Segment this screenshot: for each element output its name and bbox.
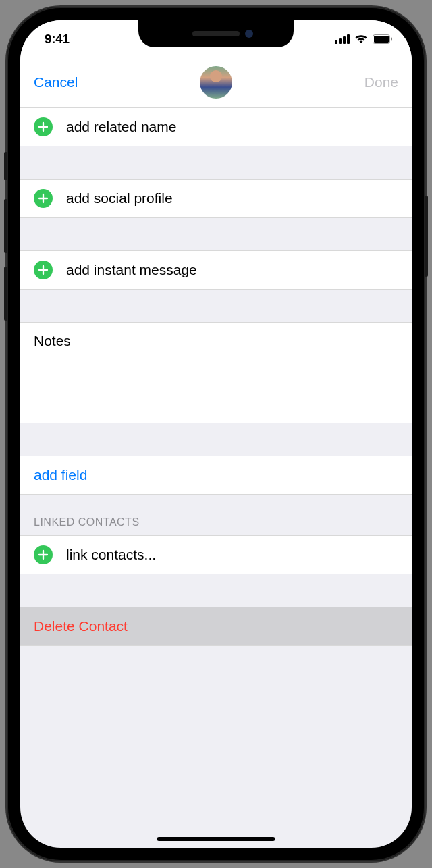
spacer (20, 646, 412, 700)
add-instant-message-row[interactable]: add instant message (20, 250, 412, 290)
svg-rect-2 (343, 36, 346, 44)
spacer (20, 146, 412, 179)
cellular-icon (335, 34, 350, 44)
nav-header: Cancel Done (20, 57, 412, 107)
link-contacts-row[interactable]: link contacts... (20, 535, 412, 574)
content-scroll[interactable]: add related name add social profile add … (20, 107, 412, 700)
row-label: add related name (66, 119, 176, 135)
add-icon (34, 545, 53, 564)
row-label: add instant message (66, 262, 197, 278)
add-social-profile-row[interactable]: add social profile (20, 179, 412, 218)
add-icon (34, 117, 53, 136)
linked-contacts-header: LINKED CONTACTS (20, 495, 412, 535)
svg-rect-6 (391, 37, 392, 40)
svg-rect-0 (335, 40, 338, 44)
contact-avatar[interactable] (200, 66, 232, 99)
svg-rect-3 (347, 34, 350, 44)
volume-up-button (4, 199, 7, 253)
spacer (20, 218, 412, 250)
speaker (192, 31, 240, 36)
row-label: add social profile (66, 190, 173, 207)
add-related-name-row[interactable]: add related name (20, 107, 412, 146)
silent-switch (4, 152, 7, 180)
phone-screen: 9:41 (20, 20, 412, 848)
delete-contact-row[interactable]: Delete Contact (20, 607, 412, 646)
front-camera (245, 30, 253, 38)
spacer (20, 574, 412, 607)
notch (138, 20, 294, 47)
row-label: link contacts... (66, 547, 156, 563)
spacer (20, 290, 412, 322)
row-label: add field (34, 467, 87, 483)
phone-frame: 9:41 (7, 7, 425, 861)
add-icon (34, 189, 53, 208)
volume-down-button (4, 267, 7, 321)
svg-rect-5 (374, 36, 389, 43)
notes-label: Notes (34, 333, 398, 349)
status-icons (335, 34, 393, 44)
power-button (425, 196, 428, 277)
status-time: 9:41 (45, 32, 70, 47)
home-indicator[interactable] (157, 837, 275, 841)
add-icon (34, 261, 53, 279)
wifi-icon (354, 34, 368, 44)
spacer (20, 423, 412, 456)
battery-icon (373, 34, 393, 44)
done-button[interactable]: Done (364, 74, 398, 90)
add-field-row[interactable]: add field (20, 456, 412, 495)
cancel-button[interactable]: Cancel (34, 74, 78, 90)
svg-rect-1 (339, 38, 342, 44)
row-label: Delete Contact (34, 618, 128, 634)
notes-field[interactable]: Notes (20, 322, 412, 423)
